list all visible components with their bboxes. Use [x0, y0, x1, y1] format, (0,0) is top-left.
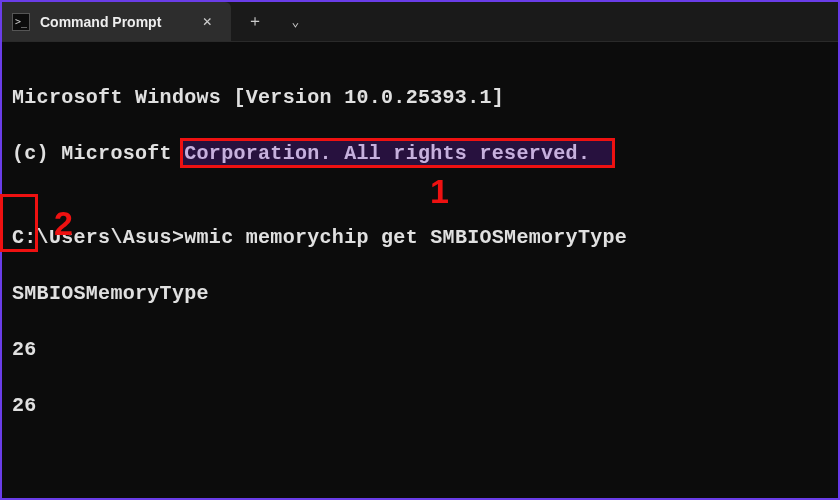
- prompt-path: C:\Users\Asus>: [12, 226, 184, 249]
- tab-command-prompt[interactable]: >_ Command Prompt ✕: [2, 2, 231, 41]
- titlebar-actions: ＋ ⌄: [245, 11, 305, 32]
- tab-dropdown-button[interactable]: ⌄: [285, 14, 305, 30]
- output-row: 26: [12, 336, 828, 364]
- terminal-window: >_ Command Prompt ✕ ＋ ⌄ Microsoft Window…: [0, 0, 840, 500]
- terminal-body[interactable]: Microsoft Windows [Version 10.0.25393.1]…: [2, 42, 838, 500]
- command-line: C:\Users\Asus>wmic memorychip get SMBIOS…: [12, 224, 828, 252]
- output-header: SMBIOSMemoryType: [12, 280, 828, 308]
- tab-title: Command Prompt: [40, 14, 161, 30]
- entered-command: wmic memorychip get SMBIOSMemoryType: [184, 226, 627, 249]
- output-row: 26: [12, 392, 828, 420]
- terminal-icon-glyph: >_: [15, 16, 27, 27]
- banner-line: Microsoft Windows [Version 10.0.25393.1]: [12, 84, 828, 112]
- close-icon[interactable]: ✕: [197, 12, 217, 32]
- annotation-label-1: 1: [430, 168, 449, 216]
- titlebar: >_ Command Prompt ✕ ＋ ⌄: [2, 2, 838, 42]
- new-tab-button[interactable]: ＋: [245, 11, 265, 32]
- terminal-icon: >_: [12, 13, 30, 31]
- banner-line: (c) Microsoft Corporation. All rights re…: [12, 140, 828, 168]
